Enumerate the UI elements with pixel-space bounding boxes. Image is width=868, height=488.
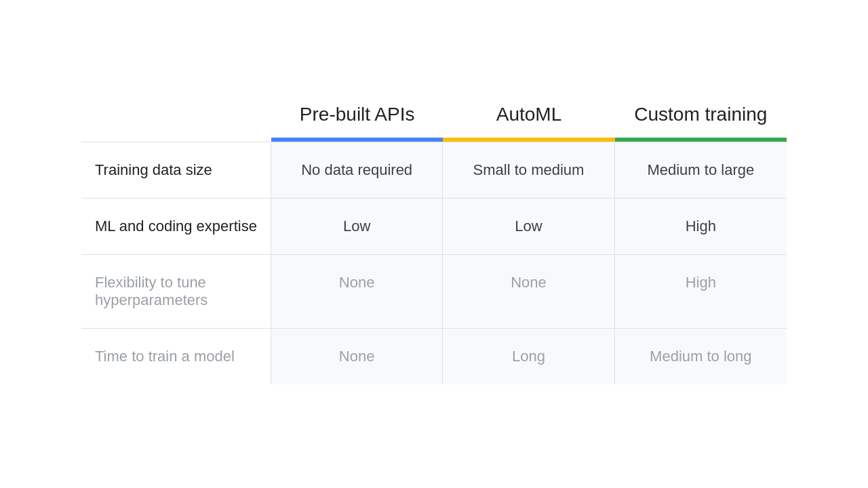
cell-prebuilt: Low <box>271 199 443 254</box>
bar-yellow <box>443 138 614 142</box>
cell-custom: High <box>615 255 787 328</box>
color-bars <box>81 138 787 142</box>
row-label: Training data size <box>81 142 271 198</box>
table-row: Training data sizeNo data requiredSmall … <box>81 142 787 199</box>
comparison-table: Pre-built APIs AutoML Custom training Tr… <box>81 104 787 384</box>
table-row: Time to train a modelNoneLongMedium to l… <box>81 329 787 384</box>
header-automl: AutoML <box>443 104 614 138</box>
row-label: Time to train a model <box>81 329 271 384</box>
header-custom-training: Custom training <box>615 104 787 138</box>
cell-custom: High <box>615 199 787 254</box>
cell-custom: Medium to large <box>615 142 787 198</box>
table-body: Training data sizeNo data requiredSmall … <box>81 142 787 384</box>
cell-automl: Long <box>443 329 614 384</box>
table-row: Flexibility to tune hyperparametersNoneN… <box>81 255 787 329</box>
cell-automl: Low <box>443 199 614 254</box>
header-empty <box>81 104 271 138</box>
row-label: ML and coding expertise <box>81 199 271 254</box>
row-label: Flexibility to tune hyperparameters <box>81 255 271 328</box>
cell-automl: None <box>443 255 614 328</box>
header-prebuilt-apis: Pre-built APIs <box>271 104 443 138</box>
bar-blue <box>271 138 443 142</box>
bar-green <box>615 138 787 142</box>
cell-prebuilt: None <box>271 329 443 384</box>
cell-prebuilt: None <box>271 255 443 328</box>
cell-automl: Small to medium <box>443 142 614 198</box>
bar-empty <box>81 138 271 142</box>
cell-custom: Medium to long <box>615 329 787 384</box>
cell-prebuilt: No data required <box>271 142 443 198</box>
table-header: Pre-built APIs AutoML Custom training <box>81 104 787 138</box>
table-row: ML and coding expertiseLowLowHigh <box>81 199 787 255</box>
